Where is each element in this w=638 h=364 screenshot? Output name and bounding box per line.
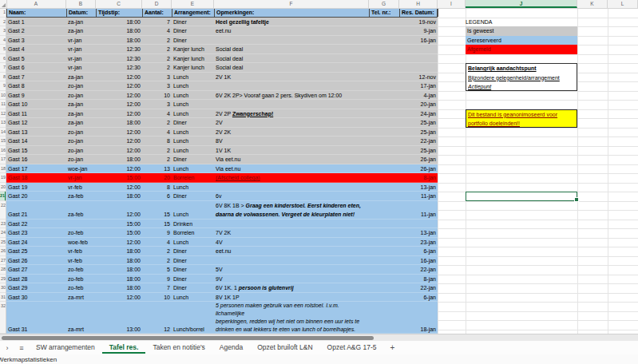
row-number-11[interactable]: 11	[0, 100, 6, 109]
cell-name[interactable]: Gast 11	[6, 109, 66, 119]
tab-tafel-res[interactable]: Tafel res.	[102, 342, 146, 354]
cell-tijd[interactable]: 12:30	[96, 45, 142, 54]
cell-res[interactable]: 6-jan	[399, 247, 438, 256]
cell-arr[interactable]: Borrelen	[172, 228, 214, 238]
cell-opm[interactable]: 5V	[214, 265, 369, 275]
cell-name[interactable]: Gast 25	[6, 247, 66, 256]
cell-tel[interactable]	[369, 36, 399, 46]
cell-name[interactable]: Gast 17	[6, 164, 66, 174]
column-header-D[interactable]: D	[142, 0, 172, 8]
cell-arr[interactable]: Lunch	[172, 73, 214, 82]
cell-name[interactable]: Gast 21	[6, 210, 66, 220]
cell-res[interactable]: 22-jan	[399, 136, 438, 146]
cell-tel[interactable]	[369, 100, 399, 109]
cell-tel[interactable]	[369, 283, 399, 293]
column-header-E[interactable]: E	[172, 0, 214, 8]
cell-res[interactable]	[399, 63, 438, 73]
cell-res[interactable]: 13-jan	[399, 183, 438, 192]
cell-datum[interactable]: zo-jan	[66, 91, 96, 101]
cell-tijd[interactable]: 18:00	[96, 192, 142, 201]
cell-aantal[interactable]: 2	[142, 146, 172, 156]
column-header-C[interactable]: C	[96, 0, 142, 8]
cell-name[interactable]: Gast 3	[6, 36, 66, 46]
cell-res[interactable]: 26-jan	[399, 155, 438, 164]
cell-tijd[interactable]: 12:00	[96, 91, 142, 101]
cell-arr[interactable]: Kanjer lunch	[172, 45, 214, 54]
cell-datum[interactable]: vr-jan	[66, 54, 96, 64]
cell-name[interactable]: Gast 29	[6, 283, 66, 293]
cell-aantal[interactable]: 7	[142, 283, 172, 293]
tab-taken-en-notities[interactable]: Taken en notitie's	[145, 342, 212, 354]
cell-name[interactable]: Gast 18	[6, 173, 66, 183]
cell-tijd[interactable]: 12:00	[96, 293, 142, 303]
selected-cell-outline[interactable]	[466, 192, 577, 201]
cell-tel[interactable]	[369, 275, 399, 284]
row-number-6[interactable]: 6	[0, 54, 6, 64]
cell-arr[interactable]: Diner	[172, 118, 214, 128]
cell-res[interactable]: 11-jan	[399, 210, 438, 220]
cell-datum[interactable]: za-jan	[66, 26, 96, 36]
cell-name[interactable]: Gast 24	[6, 238, 66, 247]
cell-datum[interactable]	[66, 220, 96, 229]
cell-datum[interactable]: za-feb	[66, 192, 96, 201]
cell-name[interactable]: Gast 6	[6, 63, 66, 73]
cell-aantal[interactable]: 20	[142, 173, 172, 183]
cell-res[interactable]: 25-jan	[399, 118, 438, 128]
cell-aantal[interactable]: 15	[142, 210, 172, 220]
cell-tel[interactable]	[369, 54, 399, 64]
cell-opm[interactable]: Social deal	[214, 45, 369, 54]
cell-opm[interactable]: Social deal	[214, 63, 369, 73]
cell-tel[interactable]	[369, 293, 399, 303]
column-header-label[interactable]: Res. Datum:	[400, 9, 438, 17]
cell-tijd[interactable]: 12:00	[96, 109, 142, 119]
cell-datum[interactable]: vr-jan	[66, 173, 96, 183]
cell-arr[interactable]: Diner	[172, 18, 214, 27]
cell-res[interactable]: 24-jan	[399, 109, 438, 119]
cell-res[interactable]: 8-jan	[399, 275, 438, 284]
cell-name[interactable]: Gast 28	[6, 275, 66, 284]
cell-opm[interactable]: 2V	[214, 118, 369, 128]
cell-opm[interactable]: 9V	[214, 275, 369, 284]
tab-opzet-bruiloft[interactable]: Opzet bruiloft L&N	[250, 342, 319, 354]
cell-arr[interactable]: Drinken	[172, 220, 214, 229]
cell-datum[interactable]: za-jan	[66, 18, 96, 27]
row-number-32[interactable]: 32	[0, 302, 6, 334]
row-number-20[interactable]: 20	[0, 183, 6, 192]
cell-opm[interactable]: 6V 8K 1B > Graag een kinderstoel. Eerst …	[214, 201, 369, 220]
cell-arr[interactable]: Lunch	[172, 238, 214, 247]
cell-datum[interactable]: zo-jan	[66, 81, 96, 91]
cell-tel[interactable]	[369, 220, 399, 229]
cell-arr[interactable]: Kanjer lunch	[172, 63, 214, 73]
cell-arr[interactable]: Lunch	[172, 100, 214, 109]
row-number-24[interactable]: 24	[0, 228, 6, 238]
cell-datum[interactable]: vr-jan	[66, 45, 96, 54]
row-number-29[interactable]: 29	[0, 275, 6, 284]
row-number-5[interactable]: 5	[0, 45, 6, 54]
cell-tijd[interactable]: 12:00	[96, 81, 142, 91]
cell-tel[interactable]	[369, 183, 399, 192]
cell-res[interactable]: 19-nov	[399, 18, 438, 27]
column-header-label[interactable]: Aantal:	[143, 9, 172, 17]
row-number-3[interactable]: 3	[0, 26, 6, 36]
row-number-13[interactable]: 13	[0, 118, 6, 128]
sheet-menu-icon[interactable]: ≡	[14, 344, 29, 352]
cell-arr[interactable]: Lunch	[172, 91, 214, 101]
row-number-1[interactable]: 1	[0, 8, 6, 18]
workbook-statistics-label[interactable]: Werkmapstatistieken	[0, 356, 57, 363]
cell-tijd[interactable]: 12:00	[96, 210, 142, 220]
cell-tijd[interactable]: 18:00	[96, 283, 142, 293]
cell-tel[interactable]	[369, 146, 399, 156]
cell-name[interactable]: Gast 16	[6, 155, 66, 164]
cell-opm[interactable]	[214, 100, 369, 109]
cell-datum[interactable]: za-jan	[66, 109, 96, 119]
cell-opm[interactable]: 2V 2K	[214, 128, 369, 137]
cell-opm[interactable]: 8V	[214, 136, 369, 146]
cell-arr[interactable]: Diner	[172, 192, 214, 201]
row-number-14[interactable]: 14	[0, 128, 6, 137]
tab-opzet-ag[interactable]: Opzet A&G 17-5	[320, 342, 384, 354]
cell-datum[interactable]: zo-feb	[66, 265, 96, 275]
row-number-15[interactable]: 15	[0, 136, 6, 146]
cell-tijd[interactable]: 15:00	[96, 220, 142, 229]
cell-aantal[interactable]: 5	[142, 265, 172, 275]
cell-datum[interactable]: zo-jan	[66, 128, 96, 137]
